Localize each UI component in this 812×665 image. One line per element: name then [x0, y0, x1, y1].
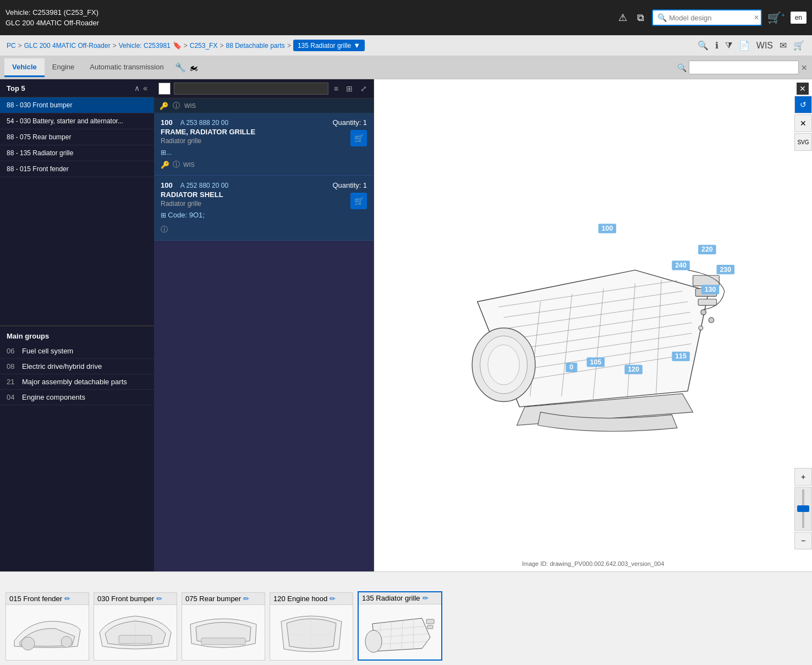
- vehicle-info: Vehicle: C253981 (C253_FX) GLC 200 4MATI…: [6, 7, 99, 29]
- cart-icon-btn[interactable]: 🛒+: [767, 11, 784, 24]
- thumb-015-front-fender[interactable]: 015 Front fender ✏: [6, 592, 89, 661]
- add-to-cart-btn[interactable]: 🛒: [350, 130, 367, 146]
- svg-icon-btn[interactable]: SVG: [794, 133, 812, 151]
- search-tab-icon: 🔍: [677, 63, 687, 72]
- tab-search-input[interactable]: [689, 61, 799, 74]
- chevron-left-btn[interactable]: «: [143, 84, 147, 92]
- list-item[interactable]: 54 - 030 Battery, starter and alternator…: [0, 113, 154, 129]
- top5-label: Top 5: [7, 84, 25, 92]
- part-wrench-icon[interactable]: 🔑: [161, 161, 169, 169]
- collapse-btn[interactable]: ∧: [134, 84, 140, 92]
- part-quantity: Quantity: 1: [332, 118, 367, 127]
- clear-model-search-icon[interactable]: ✕: [754, 14, 759, 21]
- list-item[interactable]: 88 - 075 Rear bumper: [0, 129, 154, 145]
- svg-text:130: 130: [705, 286, 716, 293]
- breadcrumb-tools: 🔍 ℹ ⧩ 📄 WIS ✉ 🛒: [696, 39, 805, 52]
- svg-point-29: [61, 636, 72, 647]
- tab-vehicle[interactable]: Vehicle: [4, 58, 45, 77]
- part-info-icon[interactable]: ⓘ: [173, 160, 180, 170]
- thumb-075-rear-bumper[interactable]: 075 Rear bumper ✏: [182, 592, 265, 661]
- zoom-slider-thumb[interactable]: [797, 505, 809, 512]
- list-item[interactable]: 88 - 030 Front bumper: [0, 97, 154, 113]
- info-icon-btn[interactable]: ℹ: [714, 39, 720, 52]
- part1-wis-icon[interactable]: WIS: [184, 102, 196, 109]
- crosshair-icon-btn[interactable]: ✕: [794, 115, 812, 132]
- part-grid-btn[interactable]: ⊞...: [161, 149, 172, 156]
- svg-rect-6: [698, 299, 716, 305]
- chevron-down-icon: ▼: [353, 41, 360, 50]
- diagram-close-btn[interactable]: ✕: [797, 83, 809, 95]
- clear-tab-search-btn[interactable]: ✕: [801, 63, 808, 72]
- list-item[interactable]: 88 - 135 Radiator grille: [0, 145, 154, 161]
- part-code-note: Code: 9O1;: [168, 211, 205, 219]
- tab-engine[interactable]: Engine: [45, 58, 82, 77]
- svg-text:240: 240: [675, 261, 687, 269]
- expand-view-btn[interactable]: ⤢: [358, 83, 369, 94]
- svg-point-40: [365, 630, 382, 652]
- grid-view-btn[interactable]: ⊞: [344, 83, 355, 94]
- top5-controls: ∧ «: [134, 84, 147, 92]
- list-item[interactable]: 88 - 015 Front fender: [0, 161, 154, 177]
- sidebar-group-item[interactable]: 06 Fuel cell system: [0, 344, 154, 359]
- sidebar-group-item[interactable]: 04 Engine components: [0, 390, 154, 405]
- svg-point-3: [488, 345, 519, 385]
- part-card: 100 A 252 880 20 00 RADIATOR SHELL Radia…: [154, 176, 374, 241]
- mail-icon-btn[interactable]: ✉: [778, 39, 788, 52]
- part1-tools: 🔑 ⓘ WIS: [154, 99, 374, 113]
- breadcrumb-135-dropdown[interactable]: 135 Radiator grille ▼: [293, 40, 365, 51]
- wrench-icon: 🔧: [175, 62, 186, 73]
- svg-point-9: [699, 326, 703, 330]
- zoom-in-icon-btn[interactable]: 🔍: [696, 39, 710, 52]
- add-to-cart-btn[interactable]: 🛒: [350, 193, 367, 209]
- edit-icon[interactable]: ✏: [156, 595, 162, 603]
- edit-icon[interactable]: ✏: [330, 595, 336, 603]
- breadcrumb-pc[interactable]: PC: [7, 42, 16, 50]
- thumb-120-engine-hood[interactable]: 120 Engine hood ✏: [270, 592, 353, 661]
- warning-icon-btn[interactable]: ⚠: [616, 9, 629, 26]
- breadcrumb-vehicle[interactable]: Vehicle: C253981: [119, 42, 171, 50]
- cart-breadcrumb-icon-btn[interactable]: 🛒: [792, 39, 805, 52]
- sidebar-group-item[interactable]: 08 Electric drive/hybrid drive: [0, 359, 154, 374]
- edit-icon[interactable]: ✏: [64, 595, 70, 603]
- filter-icon-btn[interactable]: ⧩: [724, 40, 733, 52]
- wis-icon-btn[interactable]: WIS: [755, 40, 774, 52]
- svg-text:0: 0: [569, 363, 573, 371]
- sidebar-group-item[interactable]: 21 Major assembly detachable parts: [0, 374, 154, 390]
- color-picker[interactable]: [158, 83, 171, 95]
- thumb-135-radiator-grille[interactable]: 135 Radiator grille ✏: [358, 591, 442, 661]
- edit-icon[interactable]: ✏: [423, 594, 429, 602]
- part-name: FRAME, RADIATOR GRILLE: [161, 128, 255, 136]
- language-button[interactable]: en: [791, 12, 806, 24]
- thumb-030-front-bumper[interactable]: 030 Front bumper ✏: [94, 592, 177, 661]
- part2-info-btn-area: ⓘ: [161, 222, 367, 235]
- zoom-out-btn[interactable]: −: [794, 532, 812, 549]
- breadcrumb-88-detachable[interactable]: 88 Detachable parts: [226, 42, 284, 50]
- list-view-btn[interactable]: ≡: [332, 83, 341, 94]
- tab-automatic-transmission[interactable]: Automatic transmission: [82, 58, 171, 77]
- copy-icon-btn[interactable]: ⧉: [635, 10, 646, 26]
- vehicle-bookmark-icon[interactable]: 🔖: [173, 41, 182, 50]
- part-wis-icon[interactable]: WIS: [183, 161, 195, 168]
- svg-text:220: 220: [701, 246, 713, 253]
- document-icon-btn[interactable]: 📄: [738, 39, 751, 52]
- svg-point-7: [701, 309, 706, 315]
- part-name: RADIATOR SHELL: [161, 190, 228, 199]
- part-grid-btn[interactable]: ⊞ Code: 9O1;: [161, 211, 205, 219]
- part-card-header: 100 A 253 888 20 00 FRAME, RADIATOR GRIL…: [161, 118, 367, 156]
- svg-text:115: 115: [675, 352, 687, 360]
- tabs-bar: Vehicle Engine Automatic transmission 🔧 …: [0, 56, 812, 79]
- svg-text:105: 105: [590, 358, 601, 366]
- part1-wrench-icon[interactable]: 🔑: [160, 102, 168, 110]
- svg-text:100: 100: [601, 225, 613, 232]
- part2-info-icon[interactable]: ⓘ: [161, 225, 168, 235]
- model-search-input[interactable]: [669, 14, 751, 22]
- zoom-in-btn[interactable]: +: [794, 468, 812, 486]
- breadcrumb-c253fx[interactable]: C253_FX: [190, 42, 218, 50]
- header: Vehicle: C253981 (C253_FX) GLC 200 4MATI…: [0, 0, 812, 35]
- svg-rect-41: [426, 619, 434, 624]
- sync-icon-btn[interactable]: ↺: [794, 96, 812, 113]
- breadcrumb-glc[interactable]: GLC 200 4MATIC Off-Roader: [24, 42, 111, 50]
- color-value-input[interactable]: [174, 83, 328, 95]
- edit-icon[interactable]: ✏: [243, 595, 249, 603]
- part1-info-icon[interactable]: ⓘ: [173, 101, 180, 111]
